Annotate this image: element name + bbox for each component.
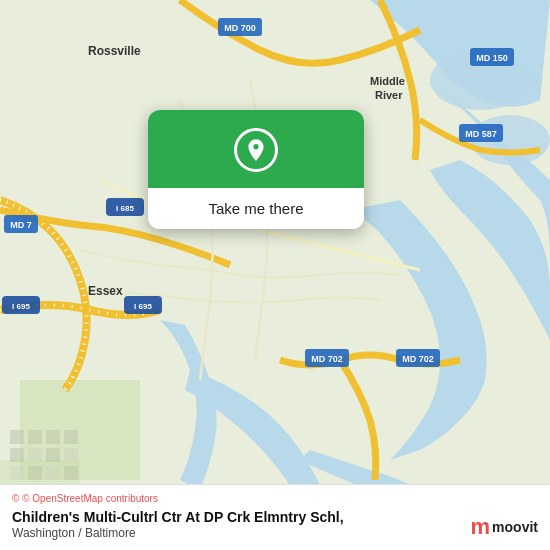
moovit-text: moovit — [492, 519, 538, 535]
svg-text:MD 702: MD 702 — [311, 354, 343, 364]
svg-rect-13 — [10, 466, 24, 480]
svg-text:MD 7: MD 7 — [10, 220, 32, 230]
popup-top — [148, 110, 364, 188]
take-me-there-button[interactable]: Take me there — [148, 188, 364, 229]
location-title: Children's Multi-Cultrl Ctr At DP Crk El… — [12, 508, 344, 526]
svg-text:I 695: I 695 — [134, 302, 152, 311]
svg-rect-16 — [64, 466, 78, 480]
svg-text:I 685: I 685 — [116, 204, 134, 213]
moovit-m-icon: m — [471, 516, 491, 538]
svg-rect-7 — [46, 430, 60, 444]
svg-text:Essex: Essex — [88, 284, 123, 298]
svg-rect-9 — [10, 448, 24, 462]
svg-text:Middle: Middle — [370, 75, 405, 87]
map-container: MD 700 MD 150 MD 587 MD 702 MD 702 MD 7 … — [0, 0, 550, 550]
svg-rect-11 — [46, 448, 60, 462]
svg-rect-12 — [64, 448, 78, 462]
bottom-bar: © © OpenStreetMap contributors Children'… — [0, 484, 550, 550]
svg-text:MD 702: MD 702 — [402, 354, 434, 364]
moovit-logo: m moovit — [471, 516, 538, 538]
svg-rect-10 — [28, 448, 42, 462]
map-background: MD 700 MD 150 MD 587 MD 702 MD 702 MD 7 … — [0, 0, 550, 550]
svg-rect-6 — [28, 430, 42, 444]
svg-rect-15 — [46, 466, 60, 480]
svg-text:River: River — [375, 89, 403, 101]
svg-text:MD 700: MD 700 — [224, 23, 256, 33]
svg-text:Rossville: Rossville — [88, 44, 141, 58]
svg-text:MD 587: MD 587 — [465, 129, 497, 139]
osm-text: © OpenStreetMap contributors — [22, 493, 158, 504]
osm-icon: © — [12, 493, 19, 504]
svg-rect-5 — [10, 430, 24, 444]
svg-text:MD 150: MD 150 — [476, 53, 508, 63]
svg-rect-8 — [64, 430, 78, 444]
osm-credit: © © OpenStreetMap contributors — [12, 493, 538, 504]
map-pin-icon — [234, 128, 278, 172]
svg-rect-14 — [28, 466, 42, 480]
location-subtitle: Washington / Baltimore — [12, 526, 344, 540]
svg-text:I 695: I 695 — [12, 302, 30, 311]
location-popup: Take me there — [148, 110, 364, 229]
